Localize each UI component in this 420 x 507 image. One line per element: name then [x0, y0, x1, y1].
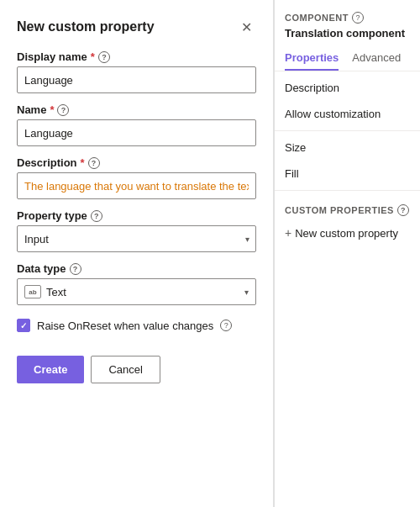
- divider-2: [275, 190, 420, 191]
- description-label: Description * ?: [17, 156, 256, 169]
- display-name-info-icon[interactable]: ?: [98, 51, 110, 63]
- custom-properties-info-icon[interactable]: ?: [397, 204, 409, 216]
- name-field-group: Name * ?: [17, 103, 256, 146]
- prop-allow-customization[interactable]: Allow customization: [275, 101, 420, 127]
- raise-on-reset-info-icon[interactable]: ?: [220, 320, 232, 331]
- display-name-field-group: Display name * ?: [17, 50, 256, 93]
- data-type-field-group: Data type ? ab Text ▾: [17, 262, 256, 305]
- prop-size[interactable]: Size: [275, 135, 420, 161]
- data-type-select-wrapper[interactable]: ab Text ▾: [17, 278, 256, 305]
- tabs-row: Properties Advanced: [275, 46, 420, 71]
- data-type-info-icon[interactable]: ?: [70, 263, 81, 275]
- divider-1: [275, 130, 420, 131]
- modal-header: New custom property ✕: [17, 17, 256, 37]
- add-custom-property-button[interactable]: + New custom property: [275, 219, 420, 246]
- modal-title: New custom property: [17, 19, 155, 34]
- display-name-input[interactable]: [17, 66, 256, 93]
- property-type-label: Property type ?: [17, 209, 256, 222]
- custom-properties-header: CUSTOM PROPERTIES ?: [275, 198, 420, 219]
- name-info-icon[interactable]: ?: [57, 104, 69, 116]
- data-type-label: Data type ?: [17, 262, 256, 275]
- modal-panel: New custom property ✕ Display name * ? N…: [0, 0, 274, 507]
- raise-on-reset-checkbox[interactable]: ✓: [17, 319, 30, 332]
- description-info-icon[interactable]: ?: [88, 157, 100, 169]
- property-type-field-group: Property type ? Input Output Data ▾: [17, 209, 256, 252]
- data-type-icon: ab: [24, 285, 41, 298]
- cancel-button[interactable]: Cancel: [91, 356, 160, 383]
- add-custom-property-label: New custom property: [295, 227, 398, 240]
- create-button[interactable]: Create: [17, 356, 84, 383]
- description-input[interactable]: [17, 172, 256, 199]
- description-field-group: Description * ?: [17, 156, 256, 199]
- property-type-info-icon[interactable]: ?: [91, 210, 102, 222]
- component-header: COMPONENT ?: [275, 0, 420, 24]
- raise-on-reset-row: ✓ Raise OnReset when value changes ?: [17, 319, 256, 332]
- close-icon: ✕: [241, 19, 252, 35]
- display-name-label: Display name * ?: [17, 50, 256, 63]
- required-indicator: *: [91, 50, 95, 63]
- tab-properties[interactable]: Properties: [285, 46, 339, 71]
- raise-on-reset-label: Raise OnReset when value changes: [37, 320, 213, 332]
- component-section-label: COMPONENT: [285, 13, 349, 23]
- prop-description[interactable]: Description: [275, 75, 420, 101]
- name-label: Name * ?: [17, 103, 256, 116]
- tab-advanced[interactable]: Advanced: [352, 46, 401, 71]
- property-type-select[interactable]: Input Output Data: [17, 225, 256, 252]
- component-info-icon[interactable]: ?: [352, 12, 364, 24]
- desc-required-indicator: *: [81, 156, 85, 169]
- prop-fill[interactable]: Fill: [275, 161, 420, 187]
- plus-icon: +: [285, 226, 291, 240]
- properties-list: Description Allow customization Size Fil…: [275, 71, 420, 198]
- right-panel: COMPONENT ? Translation component Proper…: [274, 0, 420, 507]
- close-button[interactable]: ✕: [236, 17, 256, 37]
- modal-footer: Create Cancel: [17, 349, 256, 383]
- data-type-value: Text: [46, 286, 244, 298]
- name-required-indicator: *: [50, 103, 54, 116]
- component-title: Translation component: [275, 24, 420, 46]
- data-type-chevron-icon: ▾: [244, 288, 249, 297]
- checkbox-check-icon: ✓: [20, 321, 27, 330]
- property-type-select-wrapper: Input Output Data ▾: [17, 225, 256, 252]
- name-input[interactable]: [17, 119, 256, 146]
